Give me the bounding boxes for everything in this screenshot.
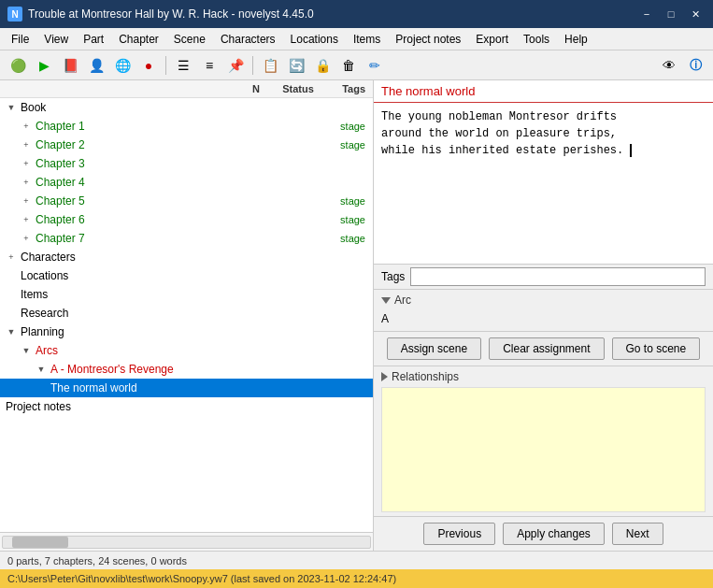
arc-collapse-icon[interactable] xyxy=(381,297,391,304)
toolbar-sep-2 xyxy=(252,56,253,75)
tree-item-chapter6[interactable]: + Chapter 6 stage xyxy=(0,210,373,229)
tree-header-status: Status xyxy=(270,82,326,95)
chapter5-tags: stage xyxy=(326,195,373,207)
toolbar-right: 👁 ⓘ xyxy=(657,54,707,77)
tree-item-normal-world[interactable]: The normal world xyxy=(0,379,373,397)
chapter7-toggle-icon[interactable]: + xyxy=(19,231,34,246)
menu-help[interactable]: Help xyxy=(557,31,595,48)
book-toggle-icon[interactable]: ▼ xyxy=(4,100,19,115)
tree-item-items[interactable]: Items xyxy=(0,285,373,304)
h-scrollbar-track[interactable] xyxy=(2,536,371,549)
toolbar-play-btn[interactable]: ▶ xyxy=(32,54,56,77)
toolbar-new-btn[interactable]: 🟢 xyxy=(6,54,30,77)
rel-label: Relationships xyxy=(392,370,459,383)
chapter4-toggle-icon[interactable]: + xyxy=(19,175,34,190)
relationships-section: Relationships xyxy=(374,366,713,516)
toolbar-trash-btn[interactable]: 🗑 xyxy=(336,54,361,77)
toolbar-edit-btn[interactable]: ✏ xyxy=(363,54,387,77)
menu-chapter[interactable]: Chapter xyxy=(111,31,166,48)
book-label: Book xyxy=(19,101,373,114)
chapter5-label: Chapter 5 xyxy=(34,194,326,208)
toolbar-refresh-btn[interactable]: 🔄 xyxy=(284,54,308,77)
tree-item-locations[interactable]: Locations xyxy=(0,266,373,285)
characters-toggle-icon[interactable]: + xyxy=(4,250,19,265)
arc-value: A xyxy=(381,310,706,327)
arc-header: Arc xyxy=(381,294,706,307)
toolbar-list2-btn[interactable]: ≡ xyxy=(197,54,221,77)
toolbar-book-btn[interactable]: 📕 xyxy=(58,54,82,77)
characters-label: Characters xyxy=(19,251,373,264)
tree-item-characters[interactable]: + Characters xyxy=(0,248,373,266)
menu-file[interactable]: File xyxy=(4,31,36,48)
chapter6-toggle-icon[interactable]: + xyxy=(19,212,34,227)
apply-changes-button[interactable]: Apply changes xyxy=(503,523,605,545)
assign-scene-button[interactable]: Assign scene xyxy=(387,337,481,360)
main-area: N Status Tags ▼ Book + Chapter 1 stage + xyxy=(0,80,713,551)
menu-export[interactable]: Export xyxy=(468,31,516,48)
scene-title-bar: The normal world xyxy=(374,80,713,103)
chapter3-label: Chapter 3 xyxy=(34,157,326,170)
chapter2-toggle-icon[interactable]: + xyxy=(19,137,34,152)
tree-item-chapter1[interactable]: + Chapter 1 stage xyxy=(0,117,373,136)
maximize-button[interactable]: □ xyxy=(661,6,681,22)
arc-section: Arc A xyxy=(374,290,713,332)
toolbar-lock-btn[interactable]: 🔒 xyxy=(310,54,335,77)
chapter6-label: Chapter 6 xyxy=(34,213,326,226)
scene-text-content: The young nobleman Montresor drifts arou… xyxy=(381,108,706,159)
chapter5-toggle-icon[interactable]: + xyxy=(19,194,34,208)
tree-item-chapter4[interactable]: + Chapter 4 xyxy=(0,173,373,192)
planning-toggle-icon[interactable]: ▼ xyxy=(4,324,19,339)
arcs-toggle-icon[interactable]: ▼ xyxy=(19,343,34,358)
tree-item-book[interactable]: ▼ Book xyxy=(0,98,373,117)
menu-characters[interactable]: Characters xyxy=(213,31,283,48)
toolbar-dot-btn[interactable]: ● xyxy=(136,54,161,77)
menu-tools[interactable]: Tools xyxy=(516,31,557,48)
toolbar-view-btn[interactable]: 👁 xyxy=(657,54,681,77)
menu-project-notes[interactable]: Project notes xyxy=(388,31,468,48)
research-label: Research xyxy=(19,307,373,320)
toolbar-globe-btn[interactable]: 🌐 xyxy=(110,54,135,77)
menu-view[interactable]: View xyxy=(36,31,76,48)
close-button[interactable]: ✕ xyxy=(685,6,706,22)
clear-assignment-button[interactable]: Clear assignment xyxy=(489,337,604,360)
tree-item-chapter3[interactable]: + Chapter 3 xyxy=(0,154,373,173)
app-icon: N xyxy=(7,7,22,22)
chapter1-toggle-icon[interactable]: + xyxy=(19,119,34,134)
h-scrollbar-thumb[interactable] xyxy=(12,537,68,548)
menu-scene[interactable]: Scene xyxy=(166,31,213,48)
tree-item-chapter2[interactable]: + Chapter 2 stage xyxy=(0,136,373,154)
toolbar-info-btn[interactable]: ⓘ xyxy=(683,54,707,77)
toolbar-list1-btn[interactable]: ☰ xyxy=(171,54,195,77)
toolbar-pin-btn[interactable]: 📌 xyxy=(223,54,248,77)
previous-button[interactable]: Previous xyxy=(423,523,495,545)
arc-montresor-label: A - Montresor's Revenge xyxy=(49,363,373,376)
tree-item-arcs[interactable]: ▼ Arcs xyxy=(0,341,373,360)
menu-part[interactable]: Part xyxy=(76,31,111,48)
tags-input[interactable] xyxy=(410,267,706,286)
tags-row: Tags xyxy=(374,265,713,290)
arc-montresor-toggle-icon[interactable]: ▼ xyxy=(34,362,49,377)
scene-text-area[interactable]: The young nobleman Montresor drifts arou… xyxy=(374,103,713,265)
title-bar: N Trouble at Montresor Hall by W. R. Hac… xyxy=(0,0,713,28)
go-to-scene-button[interactable]: Go to scene xyxy=(612,337,701,360)
toolbar-clipboard-btn[interactable]: 📋 xyxy=(258,54,282,77)
tree-item-chapter7[interactable]: + Chapter 7 stage xyxy=(0,229,373,248)
rel-expand-icon[interactable] xyxy=(381,372,388,381)
chapter3-toggle-icon[interactable]: + xyxy=(19,156,34,171)
menu-items[interactable]: Items xyxy=(346,31,388,48)
tree-item-project-notes[interactable]: Project notes xyxy=(0,397,373,416)
tree-item-research[interactable]: Research xyxy=(0,304,373,323)
menu-locations[interactable]: Locations xyxy=(283,31,346,48)
window-controls[interactable]: − □ ✕ xyxy=(636,6,706,22)
tree-item-arc-montresor[interactable]: ▼ A - Montresor's Revenge xyxy=(0,360,373,379)
chapter4-label: Chapter 4 xyxy=(34,176,326,189)
minimize-button[interactable]: − xyxy=(636,6,657,22)
text-cursor xyxy=(623,144,632,157)
tree-item-planning[interactable]: ▼ Planning xyxy=(0,323,373,341)
toolbar: 🟢 ▶ 📕 👤 🌐 ● ☰ ≡ 📌 📋 🔄 🔒 🗑 ✏ 👁 ⓘ xyxy=(0,50,713,80)
next-button[interactable]: Next xyxy=(612,523,663,545)
action-row: Assign scene Clear assignment Go to scen… xyxy=(374,332,713,366)
tree-item-chapter5[interactable]: + Chapter 5 stage xyxy=(0,192,373,210)
window-title: Trouble at Montresor Hall by W. R. Hack … xyxy=(28,7,314,21)
toolbar-character-btn[interactable]: 👤 xyxy=(84,54,108,77)
